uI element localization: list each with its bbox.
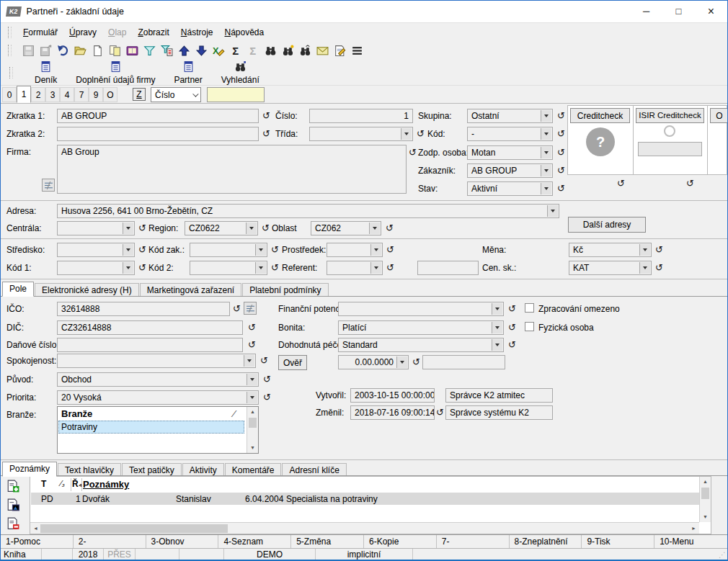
dropdown-arrow-icon[interactable] xyxy=(639,262,650,274)
history-icon[interactable]: ↺ xyxy=(248,323,256,332)
history-icon[interactable]: ↺ xyxy=(557,111,565,120)
dropdown-arrow-icon[interactable] xyxy=(541,183,551,194)
over-button[interactable]: Ověř xyxy=(278,355,307,370)
history-icon[interactable]: ↺ xyxy=(412,357,420,367)
history-icon[interactable]: ↺ xyxy=(262,111,270,120)
zkratka2-field[interactable] xyxy=(57,127,259,141)
history-icon[interactable]: ↺ xyxy=(655,263,663,272)
bonita-dropdown[interactable]: Platící xyxy=(338,320,504,335)
history-icon[interactable]: ↺ xyxy=(248,340,256,349)
history-icon[interactable]: ↺ xyxy=(508,304,516,313)
record-tab-3[interactable]: 3 xyxy=(45,87,60,102)
col-header-typ[interactable]: T xyxy=(41,479,46,489)
filter-icon[interactable] xyxy=(143,44,156,57)
dropdown-arrow-icon[interactable] xyxy=(396,356,407,368)
registry-lookup-icon[interactable] xyxy=(244,302,257,315)
dropdown-arrow-icon[interactable] xyxy=(541,147,551,158)
puvod-dropdown[interactable]: Obchod xyxy=(57,372,259,387)
kod-dropdown[interactable]: - xyxy=(467,127,553,141)
dropdown-arrow-icon[interactable] xyxy=(255,262,266,274)
dohodnuta-pece-dropdown[interactable]: Standard xyxy=(338,338,504,352)
history-icon[interactable]: ↺ xyxy=(557,129,565,138)
partner-button[interactable]: Partner xyxy=(171,60,205,86)
menu-napoveda[interactable]: Nápověda xyxy=(218,24,270,40)
stav-dropdown[interactable]: Aktivní xyxy=(467,181,553,196)
history-icon[interactable]: ↺ xyxy=(436,408,444,417)
fkey-2[interactable]: 2- xyxy=(74,535,146,548)
dalsi-adresy-button[interactable]: Další adresy xyxy=(568,217,646,233)
dropdown-arrow-icon[interactable] xyxy=(492,322,502,333)
copy-document-icon[interactable] xyxy=(108,44,121,57)
history-icon[interactable]: ↺ xyxy=(271,245,279,254)
history-icon[interactable]: ↺ xyxy=(617,179,625,188)
resize-grip-icon[interactable]: ⋰ xyxy=(719,549,727,560)
zpracovani-omezeno-checkbox[interactable] xyxy=(525,303,534,313)
dropdown-arrow-icon[interactable] xyxy=(247,392,257,403)
book-icon[interactable] xyxy=(125,44,138,57)
dropdown-arrow-icon[interactable] xyxy=(123,223,133,234)
kod-zak-dropdown[interactable] xyxy=(190,243,267,257)
filter-condition-icon[interactable] xyxy=(160,44,173,57)
dropdown-arrow-icon[interactable] xyxy=(541,110,551,122)
history-icon[interactable]: ↺ xyxy=(386,245,394,254)
history-icon[interactable]: ↺ xyxy=(417,129,425,138)
adresa-dropdown[interactable]: Husova 2256, 641 00 Brno-Žebětín, CZ xyxy=(57,204,559,218)
record-tab-7[interactable]: 7 xyxy=(74,87,89,102)
history-icon[interactable]: ↺ xyxy=(260,356,268,365)
history-icon[interactable]: ↺ xyxy=(655,245,663,254)
dropdown-arrow-icon[interactable] xyxy=(244,355,254,367)
edit-xy-icon[interactable]: X xyxy=(212,44,225,57)
referent-dropdown[interactable] xyxy=(327,261,383,275)
fkey-9[interactable]: 9-Tisk xyxy=(582,535,654,548)
third-check-button[interactable]: O xyxy=(710,108,728,123)
open-icon[interactable] xyxy=(74,44,86,57)
scrollbar-thumb[interactable] xyxy=(40,524,228,533)
history-icon[interactable]: ↺ xyxy=(233,304,241,313)
history-icon[interactable]: ↺ xyxy=(263,374,271,384)
history-icon[interactable]: ↺ xyxy=(508,323,516,332)
search-field-selector[interactable]: Číslo xyxy=(151,87,201,102)
notes-vscrollbar[interactable]: ▲ ▼ xyxy=(699,477,711,522)
stredisko-dropdown[interactable] xyxy=(57,243,135,257)
ico-field[interactable]: 32614888 xyxy=(57,302,230,316)
amount-dropdown[interactable]: 0.00.0000 xyxy=(338,355,409,369)
fkey-10[interactable]: 10-Menu xyxy=(654,535,727,548)
z-button[interactable]: Z xyxy=(133,88,146,101)
history-icon[interactable]: ↺ xyxy=(557,148,565,157)
region-dropdown[interactable]: CZ0622 xyxy=(185,221,258,235)
trida-dropdown[interactable] xyxy=(309,127,413,141)
history-icon[interactable]: ↺ xyxy=(138,263,146,272)
find-next-icon[interactable] xyxy=(281,44,294,57)
branze-list[interactable]: Branže ⁄ Potraviny ▲ ▼ xyxy=(57,406,259,454)
fyzicka-osoba-checkbox[interactable] xyxy=(525,322,534,331)
note-image-icon[interactable] xyxy=(5,498,21,512)
dropdown-arrow-icon[interactable] xyxy=(541,128,551,140)
fkey-4[interactable]: 4-Seznam xyxy=(218,535,291,548)
scrollbar-thumb[interactable] xyxy=(701,488,709,499)
cen-sk-dropdown[interactable]: KAT xyxy=(569,261,652,275)
cislo-field[interactable]: 1 xyxy=(309,109,413,123)
notes-table[interactable]: T ⁄₃ Ř₄ Poznámky PD 1 Dvořák Stanislav 6… xyxy=(30,476,711,534)
skupina-dropdown[interactable]: Ostatní xyxy=(467,109,553,123)
record-tab-O[interactable]: O xyxy=(103,87,117,102)
priorita-dropdown[interactable]: 20 Vysoká xyxy=(57,390,259,405)
scroll-up-icon[interactable]: ▲ xyxy=(247,407,258,417)
fkey-7[interactable]: 7- xyxy=(437,535,510,548)
vyhledani-button[interactable]: Vyhledání xyxy=(218,60,262,86)
isir-creditcheck-button[interactable]: ISIR Creditcheck xyxy=(636,108,704,123)
fkey-3[interactable]: 3-Obnov xyxy=(146,535,219,548)
minimize-button[interactable]: ─ xyxy=(630,1,662,22)
dropdown-arrow-icon[interactable] xyxy=(492,303,502,315)
history-icon[interactable]: ↺ xyxy=(263,392,271,402)
doplneni-udaju-firmy-button[interactable]: Doplnění údajů firmy xyxy=(73,60,158,86)
tab-pole[interactable]: Pole xyxy=(2,282,34,297)
dic-field[interactable]: CZ32614888 xyxy=(57,320,243,335)
dropdown-arrow-icon[interactable] xyxy=(247,374,257,385)
history-icon[interactable]: ↺ xyxy=(138,245,146,254)
menu-upravy[interactable]: Úpravy xyxy=(63,24,102,40)
dropdown-arrow-icon[interactable] xyxy=(370,262,381,274)
history-icon[interactable]: ↺ xyxy=(386,223,394,233)
spokojenost-dropdown[interactable] xyxy=(57,354,256,368)
creditcheck-button[interactable]: Creditcheck xyxy=(570,108,630,123)
menu-zobrazit[interactable]: Zobrazit xyxy=(132,24,174,40)
